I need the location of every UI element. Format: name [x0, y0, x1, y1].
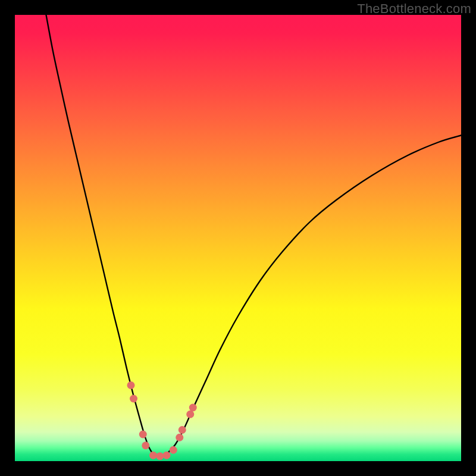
- marker-dot: [178, 426, 186, 434]
- marker-dot: [139, 431, 147, 439]
- watermark-text: TheBottleneck.com: [357, 1, 471, 17]
- marker-dot: [170, 446, 177, 454]
- marker-dot: [189, 404, 197, 412]
- gradient-background: [15, 15, 461, 461]
- marker-dot: [176, 434, 183, 441]
- marker-dot: [163, 452, 171, 459]
- marker-dot: [127, 381, 135, 389]
- marker-dot: [142, 441, 149, 449]
- chart-frame: TheBottleneck.com: [0, 0, 476, 476]
- marker-dot: [130, 395, 137, 403]
- plot-area: [15, 15, 461, 461]
- marker-dot: [156, 452, 164, 460]
- marker-dot: [186, 411, 194, 418]
- marker-dot: [149, 452, 157, 459]
- chart-svg: [15, 15, 461, 461]
